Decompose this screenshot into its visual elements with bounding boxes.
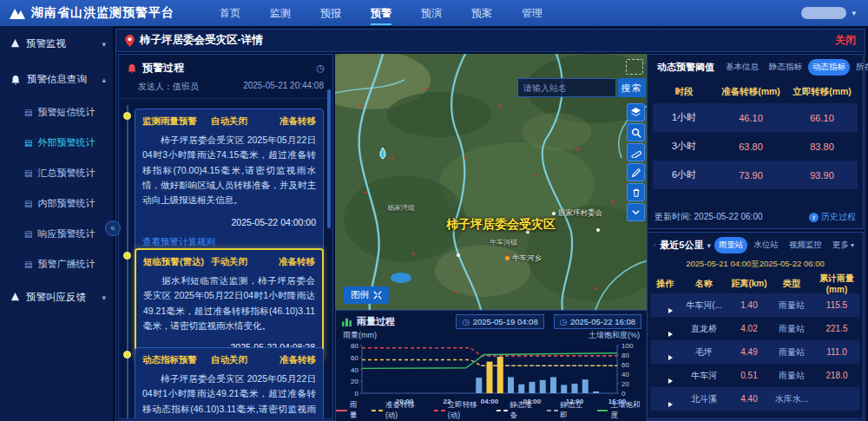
bar-chart-icon bbox=[341, 317, 352, 327]
warning-card-monitor-rain[interactable]: 监测雨量预警 自动关闭 准备转移 柿子坪居委会受灾区 2025年05月22日04… bbox=[135, 109, 324, 255]
start-datetime-picker[interactable]: ◷ 2025-05-19 04:08 bbox=[456, 314, 543, 329]
table-row: 牛车河 0.51 雨量站 218.0 bbox=[651, 364, 859, 387]
tab-static-index[interactable]: 静态指标 bbox=[765, 59, 806, 76]
tab-water-stations[interactable]: 水位站 bbox=[749, 237, 783, 253]
clock-icon: ◷ bbox=[560, 317, 567, 326]
warning-card-dynamic[interactable]: 动态指标预警 自动关闭 准备转移 柿子坪居委会受灾区 2025年05月22日04… bbox=[135, 347, 324, 419]
user-menu[interactable]: ▾ bbox=[801, 7, 856, 19]
scrollbar[interactable] bbox=[327, 89, 331, 228]
nav-item-drill[interactable]: 预演 bbox=[409, 1, 454, 26]
sidebar-item-internal-stats[interactable]: ▤ 内部预警统计 bbox=[0, 188, 113, 219]
tab-dynamic-index[interactable]: 动态指标 bbox=[808, 59, 850, 76]
alarm-icon bbox=[127, 63, 137, 74]
svg-text:80: 80 bbox=[351, 342, 358, 350]
sidebar-item-external-stats[interactable]: ▤ 外部预警统计 bbox=[0, 128, 113, 158]
sidebar-item-sms-stats[interactable]: ▤ 预警短信统计 bbox=[0, 97, 113, 128]
sidebar-item-summary-stats[interactable]: ▤ 汇总预警统计 bbox=[0, 158, 113, 188]
clear-button[interactable] bbox=[627, 183, 645, 201]
nav-item-warning[interactable]: 预警 bbox=[358, 1, 404, 26]
legend-item[interactable]: 准备转移(动) bbox=[372, 400, 426, 421]
list-icon: ▤ bbox=[24, 108, 32, 117]
warning-panel-title: 预警过程 bbox=[142, 61, 184, 76]
sidebar-item-label: 内部预警统计 bbox=[37, 197, 95, 210]
chart-legend: 雨量准备转移(动)立即转移(动)静态准备静态立即土壤饱和度 bbox=[336, 400, 647, 421]
layers-button[interactable] bbox=[627, 103, 645, 122]
map-search-button[interactable]: 搜索 bbox=[618, 78, 646, 97]
timeline-dot bbox=[123, 112, 131, 120]
map-search-input[interactable] bbox=[517, 78, 616, 97]
sidebar-group-feedback[interactable]: 预警叫应反馈 ▾ bbox=[0, 280, 113, 315]
svg-text:60: 60 bbox=[621, 361, 629, 369]
table-row: 毛坪 4.49 雨量站 111.0 bbox=[651, 340, 859, 364]
sidebar-collapse-button[interactable]: « bbox=[105, 220, 121, 236]
picker-value: 2025-05-19 04:08 bbox=[473, 317, 538, 326]
tab-rain-stations[interactable]: 雨量站 bbox=[714, 237, 748, 253]
bell-icon bbox=[10, 293, 20, 302]
end-datetime-picker[interactable]: ◷ 2025-05-22 16:08 bbox=[554, 314, 641, 329]
nav-item-plan[interactable]: 预案 bbox=[459, 1, 504, 26]
warning-type-badge: 动态指标预警 bbox=[142, 354, 197, 366]
right-axis-title: 土壤饱和度(%) bbox=[589, 330, 640, 341]
clock-icon[interactable]: ◷ bbox=[316, 62, 325, 74]
legend-item[interactable]: 雨量 bbox=[336, 400, 364, 421]
chart-bar bbox=[561, 385, 567, 393]
map-view[interactable]: 杨家湾组 柿子坪居委会受灾区 牛车河镇 牛车河乡 殷家坪村委会 搜索 bbox=[335, 54, 648, 310]
nav-item-forecast[interactable]: 预报 bbox=[308, 1, 353, 26]
svg-text:100: 100 bbox=[621, 342, 634, 350]
legend-item[interactable]: 静态准备 bbox=[496, 400, 539, 421]
close-button[interactable]: 关闭 bbox=[835, 33, 856, 48]
sidebar-item-label: 外部预警统计 bbox=[37, 136, 95, 149]
timeline-dot bbox=[123, 351, 131, 359]
mountain-logo-icon bbox=[9, 6, 26, 20]
legend-item[interactable]: 静态立即 bbox=[547, 400, 589, 421]
nav-item-manage[interactable]: 管理 bbox=[510, 1, 555, 26]
tab-more[interactable]: 更多▾ bbox=[828, 237, 858, 253]
nav-item-home[interactable]: 首页 bbox=[207, 1, 253, 26]
chart-bar bbox=[518, 385, 524, 393]
tab-basic-info[interactable]: 基本信息 bbox=[721, 59, 763, 76]
map-label-disaster-zone: 柿子坪居委会受灾区 bbox=[446, 217, 556, 233]
fullscreen-icon[interactable] bbox=[626, 59, 643, 75]
measure-button[interactable] bbox=[627, 143, 645, 161]
sidebar: 预警监视 ▾ 预警信息查询 ▴ ▤ 预警短信统计 ▤ 外部预警统计 ▤ 汇总预警… bbox=[0, 26, 113, 421]
col-prepare: 准备转移(mm) bbox=[715, 86, 786, 98]
chevron-down-icon bbox=[631, 207, 641, 217]
zoom-search-button[interactable] bbox=[627, 123, 645, 141]
draw-button[interactable] bbox=[627, 163, 645, 181]
username-pill bbox=[801, 7, 846, 19]
chevron-down-icon: ▾ bbox=[852, 9, 856, 17]
detail-header: 柿子坪居委会受灾区-详情 关闭 bbox=[116, 30, 865, 52]
svg-text:0: 0 bbox=[621, 390, 626, 398]
ruler-icon bbox=[631, 148, 641, 158]
sidebar-group-label: 预警叫应反馈 bbox=[26, 291, 86, 304]
rainfall-chart-panel: 雨量过程 ◷ 2025-05-19 04:08 ◷ 2025-05-22 16:… bbox=[335, 310, 648, 421]
logo: 湖南省山洪监测预警平台 bbox=[0, 5, 174, 21]
legend-button-label: 图例 bbox=[351, 289, 369, 301]
map-legend-button[interactable]: 图例 bbox=[344, 286, 389, 304]
view-rule-link[interactable]: 查看预警计算规则 bbox=[142, 236, 316, 248]
chevron-down-icon[interactable]: ▾ bbox=[707, 241, 711, 250]
sidebar-group-query[interactable]: 预警信息查询 ▴ bbox=[0, 62, 113, 97]
close-mode-label: 自动关闭 bbox=[211, 115, 247, 128]
nav-item-monitor[interactable]: 监测 bbox=[258, 1, 303, 26]
legend-item[interactable]: 土壤饱和度 bbox=[597, 400, 647, 421]
tab-sub-watershed[interactable]: 所在小流域 bbox=[852, 59, 868, 76]
trash-icon bbox=[631, 187, 641, 198]
list-icon: ▤ bbox=[24, 229, 32, 239]
chart-bar bbox=[529, 382, 536, 393]
history-link[interactable]: i 历史过程 bbox=[809, 211, 856, 223]
table-row: 6小时 73.90 93.90 bbox=[653, 161, 858, 189]
sidebar-item-broadcast-stats[interactable]: ▤ 预警广播统计 bbox=[0, 249, 113, 280]
sidebar-group-label: 预警信息查询 bbox=[27, 73, 87, 86]
warning-card-radar[interactable]: 短临预警(雷达) 手动关闭 准备转移 据水利短临雷达监测，柿子坪居委会受灾区 2… bbox=[135, 248, 324, 360]
tools-collapse-button[interactable] bbox=[627, 203, 645, 221]
collapse-arrows-icon bbox=[373, 291, 382, 299]
tab-video-monitor[interactable]: 视频监控 bbox=[785, 237, 826, 253]
sidebar-group-monitor[interactable]: 预警监视 ▾ bbox=[0, 26, 113, 62]
legend-item[interactable]: 立即转移(动) bbox=[434, 400, 489, 421]
layers-icon bbox=[630, 107, 641, 118]
legend-marker bbox=[496, 410, 508, 411]
svg-text:60: 60 bbox=[351, 354, 358, 362]
sidebar-item-response-stats[interactable]: ▤ 响应预警统计 bbox=[0, 219, 113, 249]
legend-marker bbox=[434, 410, 445, 411]
